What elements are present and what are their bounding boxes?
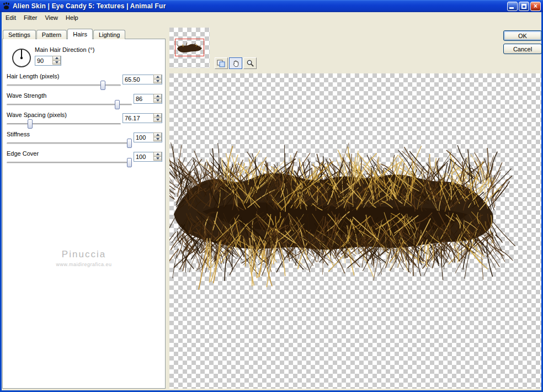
cancel-button[interactable]: Cancel bbox=[503, 44, 542, 54]
value-spinner bbox=[134, 93, 162, 103]
slider-row-stiffness: Stiffness bbox=[3, 131, 166, 150]
value-spinner bbox=[134, 132, 162, 142]
menu-view[interactable]: View bbox=[41, 13, 62, 22]
down-arrow-icon bbox=[156, 119, 159, 121]
magnifier-icon bbox=[246, 59, 254, 67]
spin-up-button[interactable] bbox=[153, 133, 162, 137]
paw-app-icon bbox=[2, 2, 10, 10]
down-arrow-icon bbox=[156, 157, 159, 160]
value-spinner bbox=[134, 151, 162, 161]
tab-settings[interactable]: Settings bbox=[3, 30, 36, 39]
slider-track[interactable] bbox=[7, 142, 132, 144]
maximize-button[interactable] bbox=[519, 2, 529, 11]
minimize-button[interactable] bbox=[507, 2, 518, 11]
up-arrow-icon bbox=[156, 153, 159, 155]
zoom-tool-button[interactable] bbox=[243, 57, 257, 69]
up-arrow-icon bbox=[156, 114, 159, 116]
hairs-settings-panel: Main Hair Direction (°) Hair Length (pix… bbox=[2, 39, 166, 389]
spin-up-button[interactable] bbox=[153, 94, 162, 99]
menu-help[interactable]: Help bbox=[62, 13, 82, 22]
slider-thumb[interactable] bbox=[127, 158, 132, 167]
spin-up-button[interactable] bbox=[153, 152, 162, 157]
window-title: Alien Skin | Eye Candy 5: Textures | Ani… bbox=[13, 2, 166, 10]
menu-edit[interactable]: Edit bbox=[2, 13, 20, 22]
slider-track[interactable] bbox=[7, 123, 121, 125]
title-bar[interactable]: Alien Skin | Eye Candy 5: Textures | Ani… bbox=[0, 0, 543, 12]
fur-image bbox=[169, 73, 541, 389]
down-arrow-icon bbox=[156, 138, 159, 140]
menu-bar: Edit Filter View Help bbox=[2, 12, 541, 23]
watermark-name: Pinuccia bbox=[3, 249, 165, 260]
up-arrow-icon bbox=[156, 134, 159, 136]
slider-label: Edge Cover bbox=[7, 150, 39, 157]
spin-down-button[interactable] bbox=[52, 61, 61, 65]
proof-pages-icon bbox=[217, 60, 226, 67]
slider-track[interactable] bbox=[7, 84, 121, 86]
hand-icon bbox=[232, 59, 240, 67]
tab-lighting[interactable]: Lighting bbox=[93, 30, 126, 39]
slider-thumb[interactable] bbox=[28, 119, 33, 129]
up-arrow-icon bbox=[55, 57, 58, 59]
close-button[interactable]: × bbox=[530, 2, 541, 11]
down-arrow-icon bbox=[156, 80, 159, 82]
down-arrow-icon bbox=[55, 61, 58, 63]
value-spinner bbox=[123, 113, 162, 123]
value-spinner bbox=[123, 74, 162, 84]
slider-label: Wave Spacing (pixels) bbox=[7, 112, 67, 118]
slider-label: Stiffness bbox=[7, 131, 30, 137]
tab-pattern[interactable]: Pattern bbox=[36, 30, 67, 39]
minimize-icon bbox=[509, 7, 514, 9]
spin-up-button[interactable] bbox=[153, 113, 162, 118]
pan-tool-button[interactable] bbox=[229, 57, 242, 69]
close-icon: × bbox=[531, 2, 540, 10]
spin-down-button[interactable] bbox=[153, 157, 162, 161]
preview-navigator-thumbnail[interactable] bbox=[169, 28, 210, 68]
watermark-url: www.maidiregrafica.eu bbox=[3, 262, 165, 267]
slider-row-hair-length: Hair Length (pixels) bbox=[3, 73, 166, 92]
menu-filter[interactable]: Filter bbox=[20, 13, 41, 22]
spin-up-button[interactable] bbox=[52, 56, 61, 61]
preview-toolbar bbox=[215, 57, 258, 69]
preview-proof-button[interactable] bbox=[215, 57, 228, 69]
slider-thumb[interactable] bbox=[127, 139, 132, 148]
spin-down-button[interactable] bbox=[153, 118, 162, 123]
thumbnail-selection-rect[interactable] bbox=[175, 39, 204, 56]
tab-strip: Settings Pattern Hairs Lighting bbox=[3, 29, 126, 39]
up-arrow-icon bbox=[156, 76, 159, 78]
slider-thumb[interactable] bbox=[100, 81, 105, 90]
slider-row-wave-strength: Wave Strength bbox=[3, 92, 166, 111]
tab-hairs[interactable]: Hairs bbox=[67, 29, 93, 39]
maximize-icon bbox=[521, 4, 526, 9]
spin-down-button[interactable] bbox=[153, 99, 162, 103]
slider-track[interactable] bbox=[7, 162, 132, 163]
preview-canvas[interactable] bbox=[169, 73, 541, 389]
direction-spinner bbox=[35, 55, 61, 65]
slider-thumb[interactable] bbox=[115, 100, 120, 109]
slider-label: Hair Length (pixels) bbox=[7, 73, 59, 80]
spin-down-button[interactable] bbox=[153, 137, 162, 142]
spin-up-button[interactable] bbox=[153, 75, 162, 80]
animal-fur-dialog: Alien Skin | Eye Candy 5: Textures | Ani… bbox=[0, 0, 543, 392]
slider-row-edge-cover: Edge Cover bbox=[3, 150, 166, 169]
up-arrow-icon bbox=[156, 95, 159, 97]
spin-down-button[interactable] bbox=[153, 80, 162, 84]
slider-track[interactable] bbox=[7, 104, 132, 105]
direction-label: Main Hair Direction (°) bbox=[35, 46, 94, 53]
watermark: Pinuccia www.maidiregrafica.eu bbox=[3, 249, 165, 267]
slider-row-wave-spacing: Wave Spacing (pixels) bbox=[3, 112, 166, 130]
slider-label: Wave Strength bbox=[7, 92, 46, 99]
ok-button[interactable]: OK bbox=[503, 30, 542, 41]
hair-direction-dial[interactable] bbox=[9, 46, 34, 70]
down-arrow-icon bbox=[156, 99, 159, 102]
